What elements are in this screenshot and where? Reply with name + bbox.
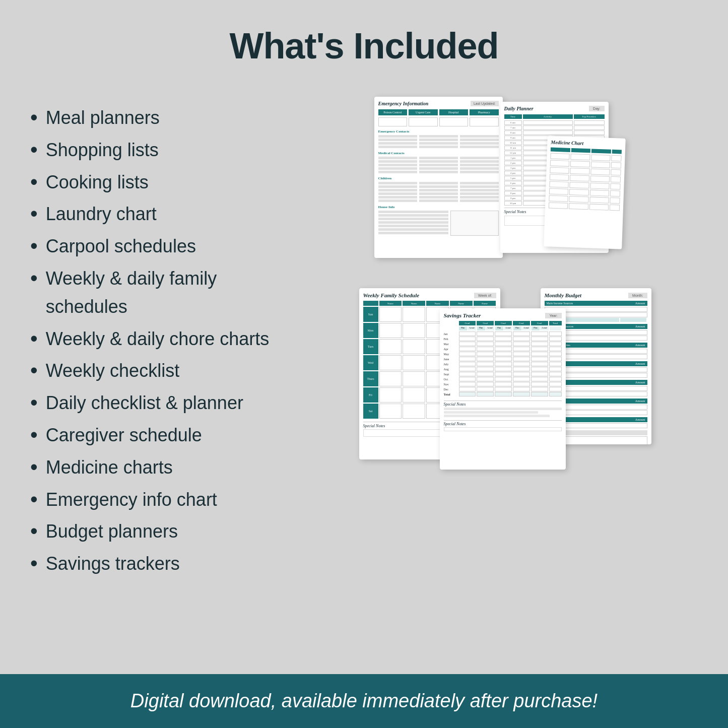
- top-preview-group: Emergency Information Last Updated: Pois…: [374, 97, 626, 278]
- list-item: Shopping lists: [30, 134, 272, 166]
- list-item: Weekly & daily chore charts: [30, 323, 272, 355]
- savings-tracker-doc: Savings Tracker Year: Goal Goal Goal Goa…: [440, 308, 566, 470]
- list-item: Daily checklist & planner: [30, 387, 272, 419]
- footer-text: Digital download, available immediately …: [30, 690, 698, 712]
- preview-section: Emergency Information Last Updated: Pois…: [302, 92, 698, 728]
- list-item: Carpool schedules: [30, 230, 272, 262]
- list-item: Cooking lists: [30, 166, 272, 198]
- header-section: What's Included: [0, 0, 728, 82]
- content-section: Meal planners Shopping lists Cooking lis…: [0, 82, 728, 728]
- features-list: Meal planners Shopping lists Cooking lis…: [30, 102, 272, 580]
- page-title: What's Included: [0, 25, 728, 67]
- list-item: Savings trackers: [30, 548, 272, 580]
- list-item: Medicine charts: [30, 451, 272, 484]
- list-item: Emergency info chart: [30, 484, 272, 516]
- list-item: Weekly checklist: [30, 355, 272, 387]
- main-container: What's Included Meal planners Shopping l…: [0, 0, 728, 728]
- list-item: Meal planners: [30, 102, 272, 134]
- footer-banner: Digital download, available immediately …: [0, 674, 728, 728]
- list-item: Laundry chart: [30, 198, 272, 230]
- medicine-chart-doc: Medicine Chart: [544, 136, 626, 249]
- list-section: Meal planners Shopping lists Cooking lis…: [30, 92, 272, 728]
- bottom-preview-group: Weekly Family Schedule Week of: Name Nam…: [359, 288, 641, 485]
- list-item: Caregiver schedule: [30, 419, 272, 451]
- emergency-info-doc: Emergency Information Last Updated: Pois…: [374, 97, 503, 258]
- list-item: Budget planners: [30, 515, 272, 548]
- list-item: Weekly & daily family schedules: [30, 262, 272, 323]
